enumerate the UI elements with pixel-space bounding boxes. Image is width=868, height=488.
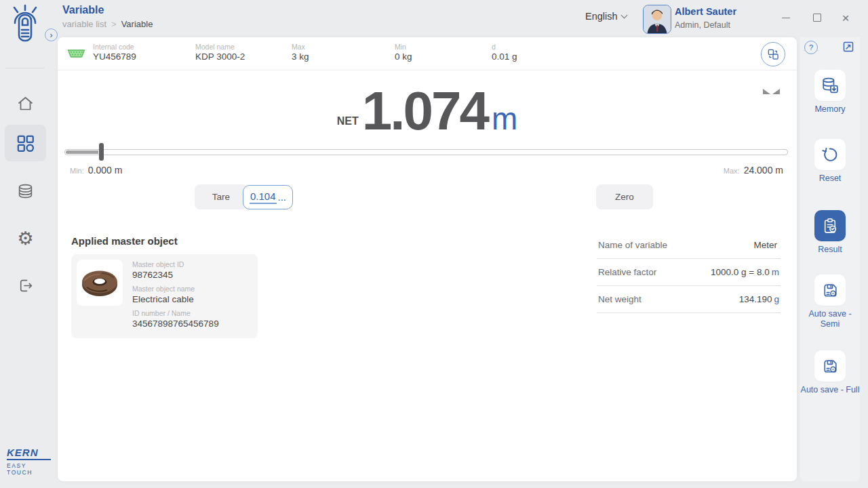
row-value-group: 134.190g xyxy=(739,293,779,305)
kern-logo-subtext: EASY TOUCH xyxy=(7,462,51,476)
range-max-label: Max: xyxy=(724,167,740,175)
left-sidebar: ⚙ KERN EASY TOUCH xyxy=(0,0,51,488)
device-field-value: KDP 3000-2 xyxy=(195,52,245,62)
database-icon xyxy=(17,183,34,200)
kern-logo: KERN EASY TOUCH xyxy=(7,447,51,476)
close-icon: × xyxy=(842,12,849,24)
device-field-label: Internal code xyxy=(93,43,134,51)
memory-database-icon xyxy=(821,77,839,94)
range-labels: Min:0.000 m Max:24.000 m xyxy=(70,165,783,176)
sidebar-expand-button[interactable]: › xyxy=(45,28,58,41)
toolbar-item-label: Auto save - Full xyxy=(800,385,860,395)
breadcrumb: variable list>Variable xyxy=(62,19,153,29)
range-slider-fill xyxy=(66,150,98,154)
variable-info-table: Name of variable Meter Relative factor 1… xyxy=(597,232,781,313)
page-title: Variable xyxy=(62,4,104,16)
range-slider-handle[interactable] xyxy=(99,143,104,161)
avatar-photo xyxy=(644,5,671,33)
device-field-label: d xyxy=(492,43,496,51)
reset-icon xyxy=(821,146,839,163)
toolbar-item-autosave-semi[interactable]: Auto save - Semi xyxy=(800,274,860,329)
toolbar-item-result[interactable]: Result xyxy=(800,210,860,255)
user-avatar[interactable] xyxy=(643,5,671,34)
row-unit: m xyxy=(772,267,779,277)
row-label: Name of variable xyxy=(598,240,667,250)
sidebar-item-settings[interactable]: ⚙ xyxy=(0,220,51,256)
easy-touch-logo-icon xyxy=(8,4,42,45)
zero-button[interactable]: Zero xyxy=(596,184,653,209)
expand-icon xyxy=(842,41,854,53)
tare-input-ellipsis: ... xyxy=(278,191,287,203)
chevron-down-icon xyxy=(620,12,627,18)
user-role: Admin, Default xyxy=(675,20,730,30)
sidebar-item-home[interactable] xyxy=(0,85,51,122)
range-max-value: 24.000 m xyxy=(744,165,783,176)
user-name[interactable]: Albert Sauter xyxy=(675,6,736,17)
autosave-semi-button[interactable] xyxy=(814,274,846,306)
toolbar-item-label: Auto save - Semi xyxy=(807,309,853,329)
tare-input-value: 0.104 xyxy=(250,190,277,204)
window-close-button[interactable]: × xyxy=(838,11,853,24)
help-icon: ? xyxy=(809,43,813,52)
row-label: Net weight xyxy=(598,294,642,304)
table-row-name-of-variable: Name of variable Meter xyxy=(597,232,781,259)
toolbar-item-memory[interactable]: Memory xyxy=(800,70,860,115)
memory-button[interactable] xyxy=(814,70,846,101)
device-field-label: Model name xyxy=(195,43,235,51)
sidebar-item-database[interactable] xyxy=(0,173,51,209)
sidebar-item-apps[interactable] xyxy=(5,125,46,161)
window-maximize-button[interactable] xyxy=(810,11,825,24)
tare-button[interactable]: Tare xyxy=(195,184,248,209)
weight-display: NET 1.074 m xyxy=(58,86,797,136)
switch-scale-button[interactable] xyxy=(761,42,785,66)
row-label: Relative factor xyxy=(598,267,656,277)
table-row-net-weight: Net weight 134.190g xyxy=(597,286,781,313)
toolbar-item-label: Reset xyxy=(800,174,860,184)
row-unit: g xyxy=(774,294,779,304)
device-field-value: 0.01 g xyxy=(492,52,517,62)
apps-grid-icon xyxy=(16,134,35,152)
window-minimize-button[interactable] xyxy=(778,11,793,24)
master-object-fields: Master object ID 98762345 Master object … xyxy=(132,260,219,329)
tare-control: Tare 0.104 ... xyxy=(195,184,293,209)
logout-icon xyxy=(17,277,34,294)
language-selector[interactable]: English xyxy=(585,11,627,22)
panel-expand-button[interactable] xyxy=(842,41,854,56)
measured-value: 1.074 xyxy=(362,86,488,136)
kern-logo-text: KERN xyxy=(7,447,51,460)
sidebar-item-logout[interactable] xyxy=(0,267,51,304)
gear-icon: ⚙ xyxy=(17,229,33,247)
device-field-label: Min xyxy=(395,43,406,51)
toolbar-item-reset[interactable]: Reset xyxy=(800,139,860,184)
master-object-number-label: ID number / Name xyxy=(132,309,219,317)
range-slider[interactable] xyxy=(64,149,788,155)
result-button[interactable] xyxy=(814,210,846,241)
range-min: Min:0.000 m xyxy=(70,165,122,176)
right-tool-panel: ? Memory Res xyxy=(800,37,860,481)
range-min-value: 0.000 m xyxy=(88,165,123,176)
help-button[interactable]: ? xyxy=(804,41,818,54)
table-row-relative-factor: Relative factor 1000.0 g = 8.0m xyxy=(597,259,781,286)
device-field-value: 3 kg xyxy=(292,52,309,62)
master-object-id-label: Master object ID xyxy=(132,260,219,268)
breadcrumb-parent[interactable]: variable list xyxy=(62,19,106,29)
device-field-value: YU456789 xyxy=(93,52,136,62)
breadcrumb-current: Variable xyxy=(121,19,153,29)
tare-value-input[interactable]: 0.104 ... xyxy=(243,185,293,209)
device-field-label: Max xyxy=(292,43,305,51)
range-min-label: Min: xyxy=(70,167,84,175)
minimize-icon xyxy=(782,18,790,18)
toolbar-item-label: Result xyxy=(800,245,860,255)
row-value-group: 1000.0 g = 8.0m xyxy=(711,266,779,278)
breadcrumb-separator: > xyxy=(111,19,117,29)
toolbar-item-autosave-full[interactable]: Auto save - Full xyxy=(800,350,860,395)
stability-indicator-icon xyxy=(762,86,781,98)
range-max: Max:24.000 m xyxy=(724,165,783,176)
row-value-group: Meter xyxy=(753,239,779,251)
master-object-id-value: 98762345 xyxy=(132,270,219,280)
home-icon xyxy=(16,96,35,112)
autosave-full-button[interactable] xyxy=(814,350,846,382)
reset-button[interactable] xyxy=(814,139,846,170)
master-object-heading: Applied master object xyxy=(71,235,178,247)
autosave-floppy-icon xyxy=(822,358,839,375)
